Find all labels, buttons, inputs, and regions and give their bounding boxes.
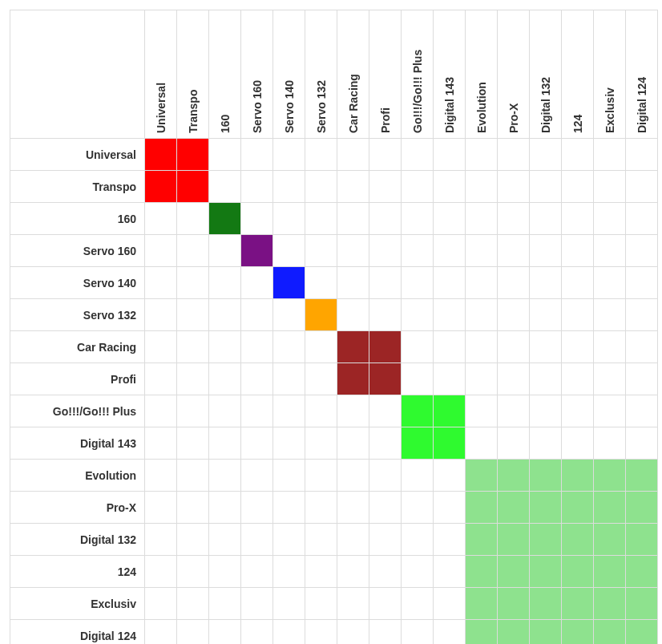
matrix-cell bbox=[402, 299, 434, 331]
matrix-cell bbox=[337, 556, 369, 588]
matrix-cell bbox=[337, 139, 369, 171]
matrix-cell bbox=[145, 171, 177, 203]
matrix-cell bbox=[145, 267, 177, 299]
matrix-cell bbox=[273, 267, 305, 299]
compatibility-matrix: UniversalTranspo160Servo 160Servo 140Ser… bbox=[10, 10, 658, 644]
matrix-cell bbox=[241, 395, 273, 427]
col-header-label: Servo 132 bbox=[305, 106, 337, 138]
matrix-cell bbox=[177, 363, 209, 395]
matrix-cell bbox=[241, 460, 273, 492]
matrix-cell bbox=[530, 524, 562, 556]
matrix-cell bbox=[434, 267, 466, 299]
matrix-cell bbox=[145, 299, 177, 331]
col-header-label: Digital 124 bbox=[626, 106, 658, 138]
matrix-cell bbox=[305, 203, 337, 235]
matrix-cell bbox=[305, 524, 337, 556]
matrix-cell bbox=[594, 427, 626, 460]
col-header-label: Digital 143 bbox=[434, 106, 466, 138]
matrix-cell bbox=[562, 524, 594, 556]
matrix-cell bbox=[145, 363, 177, 395]
matrix-cell bbox=[305, 267, 337, 299]
matrix-cell bbox=[177, 556, 209, 588]
matrix-cell bbox=[241, 620, 273, 645]
matrix-cell bbox=[562, 139, 594, 171]
matrix-cell bbox=[434, 492, 466, 524]
matrix-cell bbox=[273, 620, 305, 645]
matrix-cell bbox=[145, 524, 177, 556]
matrix-cell bbox=[562, 620, 594, 645]
matrix-cell bbox=[498, 556, 530, 588]
matrix-cell bbox=[498, 460, 530, 492]
row-header: Profi bbox=[10, 363, 145, 395]
matrix-cell bbox=[434, 524, 466, 556]
matrix-cell bbox=[466, 203, 498, 235]
matrix-cell bbox=[434, 363, 466, 395]
matrix-cell bbox=[241, 267, 273, 299]
row-header: Digital 143 bbox=[10, 427, 145, 460]
table-row: Go!!!/Go!!! Plus bbox=[10, 395, 658, 427]
matrix-cell bbox=[209, 556, 241, 588]
matrix-cell bbox=[626, 267, 658, 299]
matrix-cell bbox=[337, 524, 369, 556]
matrix-cell bbox=[594, 299, 626, 331]
table-row: Car Racing bbox=[10, 331, 658, 363]
matrix-cell bbox=[434, 460, 466, 492]
matrix-cell bbox=[466, 363, 498, 395]
matrix-cell bbox=[594, 588, 626, 620]
matrix-cell bbox=[434, 171, 466, 203]
matrix-cell bbox=[498, 492, 530, 524]
col-header-label: Universal bbox=[145, 106, 177, 138]
matrix-cell bbox=[177, 524, 209, 556]
matrix-cell bbox=[145, 460, 177, 492]
matrix-cell bbox=[177, 620, 209, 645]
matrix-cell bbox=[402, 267, 434, 299]
table-row: Profi bbox=[10, 363, 658, 395]
matrix-cell bbox=[594, 139, 626, 171]
matrix-cell bbox=[177, 395, 209, 427]
matrix-cell bbox=[402, 460, 434, 492]
matrix-cell bbox=[145, 588, 177, 620]
table-row: 160 bbox=[10, 203, 658, 235]
col-header-label: 160 bbox=[209, 106, 241, 138]
matrix-cell bbox=[305, 556, 337, 588]
matrix-cell bbox=[530, 395, 562, 427]
col-header: Servo 160 bbox=[241, 10, 273, 139]
matrix-cell bbox=[273, 492, 305, 524]
matrix-cell bbox=[434, 620, 466, 645]
matrix-cell bbox=[562, 267, 594, 299]
col-header: Servo 132 bbox=[305, 10, 337, 139]
matrix-cell bbox=[145, 331, 177, 363]
matrix-cell bbox=[466, 460, 498, 492]
matrix-cell bbox=[562, 331, 594, 363]
matrix-cell bbox=[434, 427, 466, 460]
matrix-cell bbox=[273, 363, 305, 395]
matrix-cell bbox=[305, 460, 337, 492]
matrix-cell bbox=[530, 139, 562, 171]
matrix-cell bbox=[402, 427, 434, 460]
matrix-cell bbox=[402, 492, 434, 524]
matrix-cell bbox=[530, 492, 562, 524]
table-row: Universal bbox=[10, 139, 658, 171]
matrix-cell bbox=[626, 171, 658, 203]
matrix-cell bbox=[626, 395, 658, 427]
matrix-cell bbox=[369, 139, 402, 171]
matrix-cell bbox=[305, 395, 337, 427]
matrix-cell bbox=[145, 395, 177, 427]
matrix-cell bbox=[145, 235, 177, 267]
matrix-cell bbox=[273, 203, 305, 235]
col-header-label: Digital 132 bbox=[530, 106, 562, 138]
row-header: Transpo bbox=[10, 171, 145, 203]
matrix-cell bbox=[434, 139, 466, 171]
matrix-cell bbox=[626, 620, 658, 645]
matrix-cell bbox=[209, 460, 241, 492]
matrix-cell bbox=[305, 331, 337, 363]
matrix-cell bbox=[562, 171, 594, 203]
table-row: Servo 132 bbox=[10, 299, 658, 331]
matrix-cell bbox=[626, 524, 658, 556]
matrix-cell bbox=[241, 171, 273, 203]
matrix-cell bbox=[402, 395, 434, 427]
column-header-row: UniversalTranspo160Servo 160Servo 140Ser… bbox=[10, 10, 658, 139]
matrix-cell bbox=[402, 588, 434, 620]
matrix-cell bbox=[466, 395, 498, 427]
col-header: Evolution bbox=[466, 10, 498, 139]
